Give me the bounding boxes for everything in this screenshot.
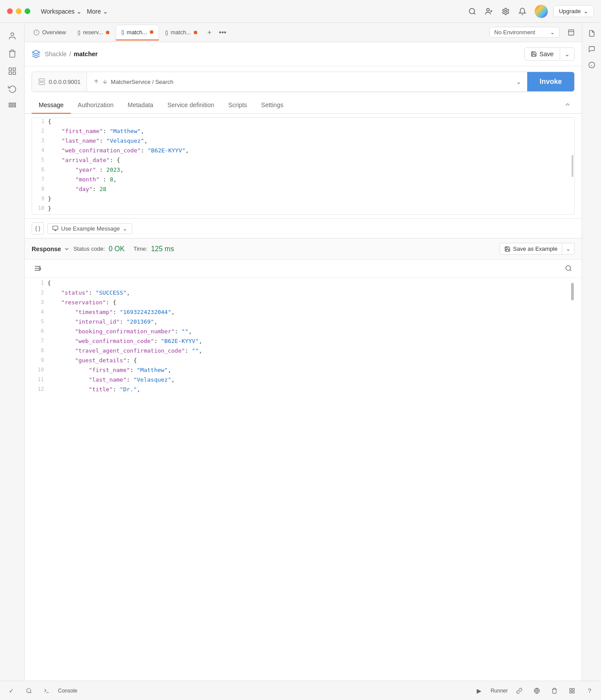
line-number: 7 [32,337,47,344]
search-response-icon[interactable] [562,262,575,274]
layout-icon[interactable] [564,25,578,40]
tab-service-definition[interactable]: Service definition [160,97,221,114]
tab-match1-label: match... [127,29,147,36]
line-number: 1 [32,118,48,125]
sidebar-icon-history[interactable] [4,81,20,97]
line-number: 7 [32,176,48,183]
app-layout: Overview ğ reserv... ğ match... ğ match.… [0,23,601,681]
svg-rect-13 [9,105,10,107]
use-example-button[interactable]: Use Example Message ⌄ [47,223,132,234]
tab-authorization[interactable]: Authorization [71,97,121,114]
runner-label: Runner [491,688,508,694]
statusbar: ✓ Console ▶ Runner ? [0,681,601,700]
grid-bottom-icon[interactable] [566,685,578,697]
sidebar-icon-trash[interactable] [4,46,20,61]
invoke-button[interactable]: Invoke [527,72,574,91]
tab-settings[interactable]: Settings [254,97,290,114]
right-sidebar [582,23,601,681]
svg-rect-14 [11,105,13,107]
response-title[interactable]: Response [32,245,70,253]
line-content: "year" : 2023, [48,166,123,173]
help-icon[interactable]: ? [583,685,596,697]
add-tab-button[interactable]: + [203,26,216,39]
line-number: 4 [32,147,48,154]
notifications-icon[interactable] [518,7,527,16]
tab-match1[interactable]: ğ match... [116,25,159,40]
response-header: Response Status code: 0 OK Time: 125 ms … [25,238,582,260]
save-example-button[interactable]: Save as Example ⌄ [500,243,575,255]
console-icon[interactable] [40,685,53,697]
line-number: 12 [32,386,47,393]
more-menu[interactable]: More ⌄ [87,8,108,15]
settings-icon[interactable] [501,7,510,16]
trash-bottom-icon[interactable] [548,685,561,697]
globe-icon[interactable] [531,685,543,697]
save-dropdown-button[interactable]: ⌄ [560,48,574,60]
close-button[interactable] [7,8,13,14]
link-icon[interactable] [513,685,525,697]
method-selector[interactable]: MatcherService / Search ⌄ [87,72,527,91]
sidebar-icon-grid[interactable] [4,98,20,114]
save-example-dropdown-button[interactable]: ⌄ [562,243,574,254]
response-scrollbar-thumb[interactable] [571,283,574,300]
line-number: 8 [32,185,48,192]
rs-doc-icon[interactable] [585,26,599,40]
response-code-line: 2 "status": "SUCCESS", [32,289,575,299]
line-content: "first_name": "Matthew", [47,366,171,374]
host-input[interactable]: 0.0.0.0:9001 [32,72,87,91]
tab-overview[interactable]: Overview [28,25,71,40]
maximize-button[interactable] [25,8,30,14]
check-icon[interactable]: ✓ [5,685,18,697]
svg-rect-40 [570,691,572,693]
search-icon[interactable] [468,7,477,16]
message-editor[interactable]: 1{2 "first_name": "Matthew",3 "last_name… [32,117,575,215]
line-content: { [48,118,51,125]
line-content: "guest_details": { [47,357,137,364]
search-bottom-icon[interactable] [23,685,35,697]
response-scrollbar[interactable] [571,281,574,369]
line-content: "internal_id": "201369", [47,318,157,325]
status-code-value: 0 OK [109,245,124,253]
wrap-icon[interactable] [32,262,44,274]
line-number: 4 [32,308,47,315]
code-line: 1{ [32,118,574,127]
tab-match2[interactable]: ğ match... [160,25,203,40]
svg-rect-10 [9,103,10,105]
rs-comment-icon[interactable] [585,42,599,56]
runner-play-icon[interactable]: ▶ [473,685,485,697]
save-example-main[interactable]: Save as Example [500,243,562,254]
svg-point-4 [505,10,507,12]
more-tabs-button[interactable]: ••• [217,26,229,39]
collapse-button[interactable] [561,97,575,113]
sidebar-icon-person[interactable] [4,28,20,44]
tab-message[interactable]: Message [32,97,71,114]
code-line: 7 "month" : 8, [32,176,574,185]
time-value: 125 ms [151,245,174,253]
tab-reserv-dot [106,31,109,34]
tab-overview-label: Overview [42,29,66,36]
save-button[interactable]: Save ⌄ [524,47,575,61]
tab-scripts[interactable]: Scripts [221,97,254,114]
env-chevron-icon: ⌄ [550,29,555,36]
sidebar-icon-dashboard[interactable] [4,63,20,79]
workspaces-menu[interactable]: Workspaces ⌄ [41,8,82,15]
breadcrumb-parent: Shackle [45,51,67,58]
response-toolbar [25,260,582,278]
avatar[interactable] [535,5,548,18]
titlebar-icons [468,5,548,18]
use-example-label: Use Example Message [61,225,120,232]
line-number: 3 [32,299,47,306]
breadcrumb-current: matcher [74,51,98,58]
environment-selector[interactable]: No Environment ⌄ [489,27,560,38]
tab-match2-icon: ğ [165,29,168,36]
save-button-main[interactable]: Save [525,48,560,60]
tab-metadata[interactable]: Metadata [121,97,160,114]
upgrade-button[interactable]: Upgrade ⌄ [553,5,594,17]
titlebar: Workspaces ⌄ More ⌄ Upgrade ⌄ [0,0,601,23]
line-content: "day": 28 [48,185,106,193]
more-chevron-icon: ⌄ [103,8,108,15]
add-person-icon[interactable] [485,7,493,16]
rs-info-icon[interactable] [585,58,599,72]
minimize-button[interactable] [16,8,22,14]
tab-reserv[interactable]: ğ reserv... [72,25,115,40]
